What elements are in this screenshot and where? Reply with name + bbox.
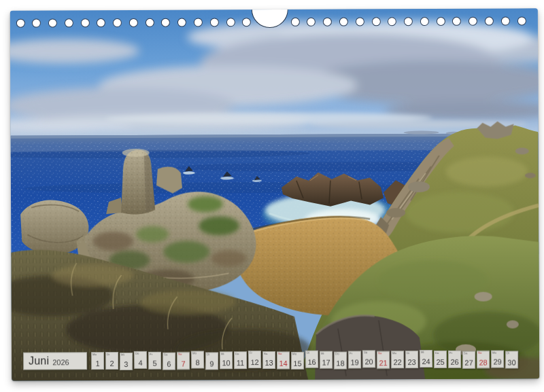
weekday-label: Mi <box>321 352 324 355</box>
day-number: 25 <box>435 358 446 366</box>
date-strip: Mo1Di2Mi3Do4Fr5Sa6So7Mo8Di9Mi10Do11Fr12S… <box>91 350 518 370</box>
day-cell: Do18 <box>334 352 347 370</box>
day-cell: Di23 <box>405 351 418 368</box>
day-cell: Di9 <box>205 352 218 370</box>
day-cell: Fr5 <box>148 352 161 370</box>
day-cell: Mi24 <box>420 350 432 368</box>
day-cell: Di16 <box>305 351 318 368</box>
weekday-label: Fr <box>449 351 452 355</box>
binding-hole <box>129 18 138 27</box>
weekday-label: Fr <box>350 352 352 355</box>
weekday-label: Mo <box>192 352 197 355</box>
day-number: 10 <box>220 359 232 367</box>
day-number: 9 <box>206 359 218 368</box>
day-number: 11 <box>235 359 246 367</box>
binding-hole <box>210 18 219 26</box>
day-number: 30 <box>506 358 517 366</box>
day-cell: Do11 <box>234 351 247 369</box>
binding-hole <box>517 16 526 25</box>
weekday-label: Do <box>335 353 339 356</box>
day-cell: Mo1 <box>91 352 104 370</box>
day-number: 19 <box>349 358 360 366</box>
day-number: 3 <box>120 360 132 368</box>
binding-hole <box>420 17 429 26</box>
day-cell: So7 <box>177 352 190 370</box>
day-number: 23 <box>406 358 418 366</box>
weekday-label: Di <box>107 353 109 356</box>
day-number: 4 <box>135 359 146 367</box>
weekday-label: Do <box>135 352 139 355</box>
day-cell: Mi10 <box>220 351 233 369</box>
day-cell: So28 <box>477 351 490 368</box>
calendar-product-shot: Juni 2026 Mo1Di2Mi3Do4Fr5Sa6So7Mo8Di9Mi1… <box>0 0 544 392</box>
day-number: 27 <box>463 359 475 367</box>
weekday-label: Mi <box>221 352 224 355</box>
binding-hole <box>65 18 73 27</box>
weekday-label: Mo <box>492 351 496 355</box>
weekday-label: Di <box>307 351 309 355</box>
day-number: 1 <box>92 359 103 368</box>
day-cell: Mi17 <box>320 351 333 369</box>
day-cell: So14 <box>277 351 290 369</box>
day-cell: Sa20 <box>362 350 375 368</box>
weekday-label: Sa <box>264 352 267 355</box>
binding-hole <box>371 17 380 26</box>
weekday-label: So <box>378 352 381 355</box>
day-cell: Sa27 <box>462 351 475 369</box>
binding-hole <box>291 18 300 26</box>
grass-rock <box>475 292 492 302</box>
day-number: 16 <box>306 358 318 366</box>
weekday-label: Do <box>435 351 439 355</box>
binding-hole <box>80 18 89 27</box>
day-number: 22 <box>392 358 403 366</box>
day-cell: Do25 <box>434 351 447 368</box>
day-cell: Mi3 <box>120 353 133 370</box>
day-number: 20 <box>363 357 375 366</box>
weekday-label: Sa <box>364 351 367 354</box>
day-cell: So21 <box>377 351 390 369</box>
weekday-label: Mo <box>92 353 97 356</box>
weekday-label: Fr <box>250 351 252 355</box>
binding-hole <box>404 17 413 26</box>
day-number: 24 <box>420 357 432 366</box>
weekday-label: So <box>278 352 282 355</box>
binding-hole <box>356 17 364 26</box>
calendar-page: Juni 2026 Mo1Di2Mi3Do4Fr5Sa6So7Mo8Di9Mi1… <box>10 8 539 380</box>
binding-hole <box>16 19 24 28</box>
year-label: 2026 <box>52 356 69 366</box>
day-number: 21 <box>377 359 389 367</box>
day-number: 8 <box>192 358 203 366</box>
weekday-label: Mi <box>121 353 124 357</box>
binding-hole <box>194 18 203 26</box>
day-cell: Sa13 <box>262 351 275 369</box>
day-number: 17 <box>320 359 332 367</box>
day-number: 29 <box>492 358 503 366</box>
day-number: 14 <box>277 359 289 367</box>
binding-hole <box>48 18 57 27</box>
day-cell: Do4 <box>134 351 147 369</box>
day-number: 13 <box>263 359 275 367</box>
month-label-box: Juni 2026 <box>23 352 87 370</box>
grass-rock <box>507 320 519 328</box>
binding-hole <box>501 16 510 25</box>
binding-hole <box>485 17 494 26</box>
weekday-label: Mi <box>421 351 424 354</box>
day-number: 28 <box>477 358 489 366</box>
weekday-label: Do <box>235 352 239 355</box>
day-cell: Fr12 <box>248 351 261 368</box>
day-cell: Mo22 <box>391 351 404 368</box>
day-cell: Mo8 <box>191 351 204 368</box>
weekday-label: Di <box>407 351 409 355</box>
day-cell: Di2 <box>105 352 118 370</box>
day-number: 2 <box>106 359 118 368</box>
coastal-landscape-photo <box>10 8 539 380</box>
day-number: 7 <box>177 359 189 368</box>
weekday-label: So <box>478 351 481 355</box>
month-name: Juni <box>29 355 49 367</box>
binding-hole <box>226 18 235 26</box>
day-number: 26 <box>449 358 460 366</box>
weekday-label: Sa <box>464 352 467 355</box>
sky <box>10 8 539 140</box>
day-number: 12 <box>249 358 260 366</box>
weekday-label: Di <box>207 353 209 356</box>
